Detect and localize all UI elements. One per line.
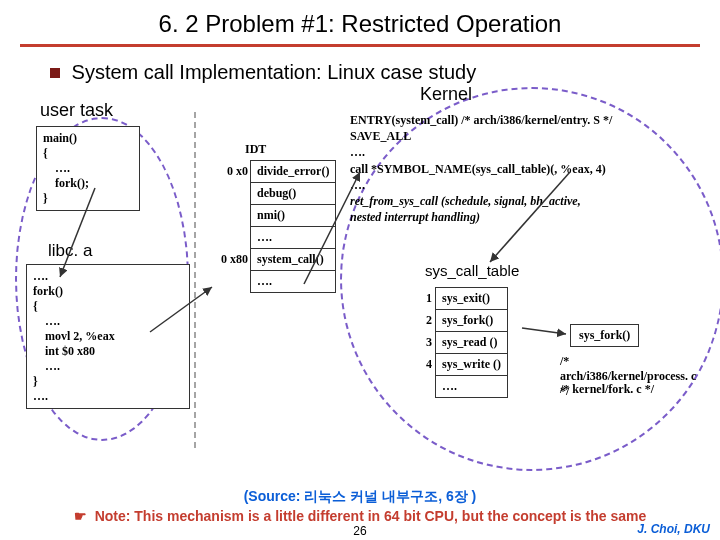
- entry-code-block: ENTRY(system_call) /* arch/i386/kernel/e…: [350, 112, 700, 225]
- footer-note-row: ☛ Note: This mechanism is a little diffe…: [0, 508, 720, 524]
- idt-label: IDT: [245, 142, 266, 157]
- libc-code-box: …. fork() { …. movl 2, %eax int $0 x80 ……: [26, 264, 190, 409]
- bullet-icon: [50, 68, 60, 78]
- table-row: ….: [215, 271, 336, 293]
- pointing-hand-icon: ☛: [74, 508, 87, 524]
- subtitle-text: System call Implementation: Linux case s…: [72, 61, 477, 83]
- comment-fork-c: /* kernel/fork. c */: [560, 382, 654, 397]
- table-row: 1sys_exit(): [420, 288, 507, 310]
- subtitle-row: System call Implementation: Linux case s…: [50, 61, 720, 84]
- footer-block: (Source: 리눅스 커널 내부구조, 6장 ) ☛ Note: This …: [0, 488, 720, 524]
- syscall-table: 1sys_exit() 2sys_fork() 3sys_read () 4sy…: [420, 287, 508, 398]
- syscall-table-label: sys_call_table: [425, 262, 519, 279]
- credit-text: J. Choi, DKU: [637, 522, 710, 536]
- libc-label: libc. a: [48, 240, 92, 261]
- table-row: 0 x80system_call(): [215, 249, 336, 271]
- diagram-canvas: user task Kernel main() { …. fork(); } l…: [20, 92, 700, 462]
- sysfork-box: sys_fork(): [570, 324, 639, 347]
- table-row: nmi(): [215, 205, 336, 227]
- footer-source: (Source: 리눅스 커널 내부구조, 6장 ): [0, 488, 720, 506]
- idt-table: 0 x0divide_error() debug() nmi() …. 0 x8…: [215, 160, 336, 293]
- main-code-box: main() { …. fork(); }: [36, 126, 140, 211]
- table-row: ….: [215, 227, 336, 249]
- table-row: 3sys_read (): [420, 332, 507, 354]
- table-row: 0 x0divide_error(): [215, 161, 336, 183]
- kernel-label: Kernel: [420, 84, 472, 105]
- table-row: debug(): [215, 183, 336, 205]
- page-number: 26: [353, 524, 366, 538]
- table-row: ….: [420, 376, 507, 398]
- table-row: 2sys_fork(): [420, 310, 507, 332]
- usertask-label: user task: [40, 100, 113, 121]
- table-row: 4sys_write (): [420, 354, 507, 376]
- slide-title: 6. 2 Problem #1: Restricted Operation: [20, 0, 700, 47]
- footer-note: Note: This mechanism is a little differe…: [95, 508, 647, 524]
